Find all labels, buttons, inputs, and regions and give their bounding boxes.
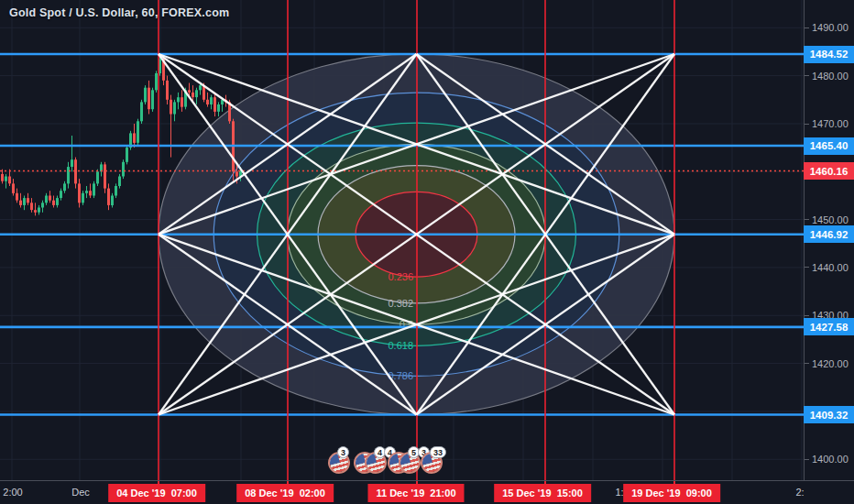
- date-badge: 11 Dec '19 21:00: [367, 484, 464, 502]
- price-tick-label: 1450.00: [805, 213, 854, 226]
- date-badge: 08 Dec '19 02:00: [236, 484, 334, 502]
- price-badge: 1409.32: [804, 406, 854, 423]
- date-badge: 15 Dec '19 15:00: [494, 484, 591, 502]
- time-tick-label: 2:00: [3, 487, 22, 498]
- price-tick-label: 1490.00: [805, 21, 854, 35]
- price-badge: 1465.40: [804, 137, 854, 155]
- event-icons-row: 3445333: [0, 0, 804, 480]
- time-tick-label: Dec: [71, 487, 90, 498]
- tick-dash-icon: [805, 219, 809, 220]
- tick-dash-icon: [805, 315, 809, 316]
- tick-dash-icon: [805, 27, 809, 28]
- tick-dash-icon: [805, 459, 809, 460]
- price-tick-label: 1470.00: [805, 117, 854, 131]
- price-tick-label: 1440.00: [805, 260, 854, 274]
- price-axis[interactable]: 1490.001480.001470.001450.001440.001430.…: [804, 0, 854, 480]
- tick-dash-icon: [805, 75, 809, 76]
- trading-chart-app: Gold Spot / U.S. Dollar, 60, FOREX.com 0…: [0, 0, 854, 504]
- tick-dash-icon: [805, 124, 809, 125]
- price-badge: 1446.92: [804, 225, 854, 243]
- time-axis[interactable]: 2:00Dec1:2:04 Dec '19 07:0008 Dec '19 02…: [0, 480, 854, 504]
- price-tick-label: 1480.00: [805, 69, 854, 82]
- date-badge: 04 Dec '19 07:00: [108, 484, 205, 502]
- price-badge: 1427.58: [804, 318, 854, 335]
- event-count-badge[interactable]: 3: [337, 446, 349, 458]
- time-tick-label: 2:: [795, 487, 804, 498]
- event-count-badge[interactable]: 33: [430, 446, 446, 458]
- price-badge: 1484.52: [804, 46, 854, 63]
- symbol-title: Gold Spot / U.S. Dollar, 60, FOREX.com: [9, 6, 229, 19]
- price-tick-label: 1400.00: [805, 453, 854, 466]
- tick-dash-icon: [805, 363, 809, 364]
- tick-dash-icon: [805, 267, 809, 268]
- price-tick-label: 1420.00: [805, 356, 854, 370]
- date-badge: 19 Dec '19 09:00: [623, 484, 720, 502]
- price-badge: 1460.16: [804, 162, 854, 180]
